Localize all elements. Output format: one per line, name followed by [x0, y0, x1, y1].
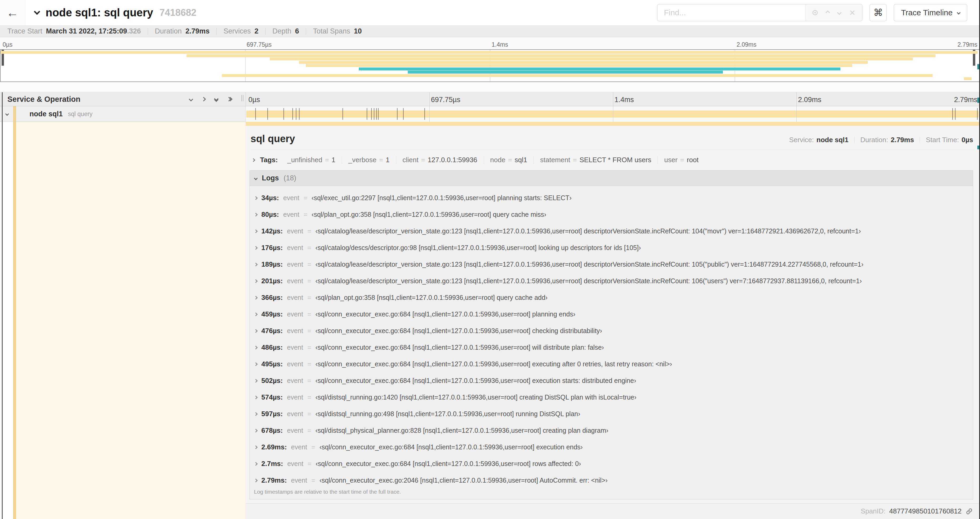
- link-icon[interactable]: [965, 508, 973, 515]
- log-row[interactable]: 34µs: event = ‹sql/exec_util.go:2297 [ns…: [253, 194, 970, 202]
- minimap-span: [359, 67, 840, 70]
- log-timestamp: 597µs:: [261, 410, 283, 418]
- chevron-right-icon: [254, 412, 258, 416]
- log-timestamp: 142µs:: [261, 227, 283, 235]
- log-timestamp: 574µs:: [261, 393, 283, 401]
- log-row[interactable]: 574µs: event = ‹sql/distsql_running.go:1…: [253, 393, 970, 401]
- minimap-gap: [0, 82, 980, 92]
- tag-equals: =: [421, 156, 425, 164]
- tag-equals: =: [325, 156, 329, 164]
- log-field-name: event: [287, 460, 303, 468]
- log-row[interactable]: 189µs: event = ‹sql/catalog/lease/descri…: [253, 260, 970, 268]
- stat-label: Trace Start: [7, 27, 42, 35]
- span-service-name: node sql1: [30, 110, 63, 118]
- next-result-icon[interactable]: [837, 11, 842, 15]
- minimap-span: [0, 51, 978, 54]
- gridline: [796, 92, 797, 106]
- log-row[interactable]: 678µs: event = ‹sql/distsql_physical_pla…: [253, 426, 970, 434]
- log-row[interactable]: 597µs: event = ‹sql/distsql_running.go:4…: [253, 410, 970, 418]
- timeline-tick-header: 0µs697.75µs1.4ms2.09ms2.79ms: [246, 92, 980, 106]
- log-timestamp: 2.7ms:: [261, 460, 283, 468]
- log-row[interactable]: 142µs: event = ‹sql/catalog/lease/descri…: [253, 227, 970, 235]
- selected-span-bar: [246, 122, 980, 126]
- minimap-axis-labels: 0µs697.75µs1.4ms2.09ms2.79ms: [0, 37, 980, 50]
- tag-key: _unfinished: [287, 156, 322, 164]
- log-row[interactable]: 80µs: event = ‹sql/plan_opt.go:358 [nsql…: [253, 211, 970, 219]
- log-row[interactable]: 502µs: event = ‹sql/conn_executor_exec.g…: [253, 377, 970, 385]
- scrollbar-fragment: [977, 97, 979, 103]
- span-operation-name: sql query: [68, 110, 92, 118]
- logs-header[interactable]: Logs (18): [250, 171, 973, 186]
- minimap-canvas[interactable]: [0, 50, 980, 82]
- log-message: ‹sql/distsql_running.go:1420 [nsql1,clie…: [315, 393, 636, 401]
- span-name-cell[interactable]: node sql1 sql query: [0, 106, 246, 122]
- log-tick: [296, 108, 296, 120]
- log-row[interactable]: 2.69ms: event = ‹sql/conn_executor_exec.…: [253, 443, 970, 451]
- timeline-tick-label: 2.09ms: [737, 41, 756, 48]
- tag[interactable]: node = sql1: [484, 156, 534, 164]
- log-row[interactable]: 486µs: event = ‹sql/conn_executor_exec.g…: [253, 343, 970, 351]
- clear-search-icon[interactable]: ×: [850, 8, 855, 18]
- log-equals: =: [307, 277, 312, 285]
- view-selector-button[interactable]: Trace Timeline: [894, 4, 967, 21]
- log-row[interactable]: 459µs: event = ‹sql/conn_executor_exec.g…: [253, 310, 970, 318]
- log-row[interactable]: 476µs: event = ‹sql/conn_executor_exec.g…: [253, 327, 970, 335]
- collapse-one-icon[interactable]: [189, 97, 193, 102]
- minimap-span: [306, 64, 852, 67]
- expand-all-icon[interactable]: [215, 97, 218, 101]
- tag[interactable]: _verbose = 1: [342, 156, 396, 164]
- log-equals: =: [312, 443, 315, 451]
- tags-row[interactable]: Tags: _unfinished = 1 _verbose = 1 clien…: [250, 150, 975, 170]
- find-input[interactable]: [657, 5, 805, 21]
- locate-icon[interactable]: [813, 10, 818, 15]
- prev-result-icon[interactable]: [826, 11, 830, 15]
- log-timestamp: 476µs:: [261, 327, 283, 335]
- stat-trace-start: Trace Start March 31 2022, 17:25:09.326: [7, 27, 141, 35]
- chevron-right-icon: [254, 229, 258, 233]
- log-tick: [367, 108, 367, 120]
- log-equals: =: [304, 211, 307, 218]
- trace-collapse-icon[interactable]: [34, 8, 40, 15]
- span-collapse-icon[interactable]: [5, 112, 9, 116]
- tag[interactable]: statement = SELECT * FROM users: [533, 156, 657, 164]
- log-field-name: event: [287, 294, 303, 302]
- span-timeline-cell[interactable]: [246, 106, 980, 122]
- log-tick: [374, 108, 374, 120]
- log-row[interactable]: 366µs: event = ‹sql/plan_opt.go:358 [nsq…: [253, 294, 970, 302]
- span-bar[interactable]: [246, 110, 979, 118]
- column-resizer[interactable]: [241, 95, 243, 101]
- log-row[interactable]: 201µs: event = ‹sql/catalog/lease/descri…: [253, 277, 970, 285]
- log-row[interactable]: 176µs: event = ‹sql/catalog/descs/descri…: [253, 244, 970, 252]
- trace-id: 7418682: [159, 7, 196, 18]
- scrollbar-fragment: [977, 145, 979, 149]
- stat-label: Duration: [155, 27, 182, 35]
- chevron-right-icon: [254, 279, 258, 283]
- expand-one-icon[interactable]: [202, 97, 206, 102]
- chevron-right-icon: [254, 345, 258, 349]
- log-message: ‹sql/catalog/lease/descriptor_version_st…: [315, 277, 862, 285]
- collapse-all-icon[interactable]: [228, 97, 232, 101]
- log-equals: =: [307, 294, 312, 302]
- log-row[interactable]: 2.79ms: event = ‹sql/conn_executor_exec.…: [253, 476, 970, 484]
- log-tick: [955, 108, 956, 120]
- log-field-name: event: [287, 260, 303, 268]
- timeline-tick-label: 2.79ms: [954, 96, 977, 104]
- logs-footer-note: Log timestamps are relative to the start…: [250, 486, 973, 499]
- tag[interactable]: user = root: [657, 156, 705, 164]
- back-button[interactable]: ←: [0, 0, 25, 25]
- gridline: [613, 92, 613, 106]
- log-equals: =: [307, 343, 312, 351]
- keyboard-shortcuts-button[interactable]: ⌘: [869, 4, 887, 21]
- log-message: ‹sql/plan_opt.go:358 [nsql1,client=127.0…: [315, 294, 547, 302]
- minimap-span: [299, 61, 868, 64]
- tag[interactable]: _unfinished = 1: [281, 156, 342, 164]
- log-row[interactable]: 495µs: event = ‹sql/conn_executor_exec.g…: [253, 360, 970, 368]
- log-message: ‹sql/conn_executor_exec.go:684 [nsql1,cl…: [315, 343, 604, 351]
- tag[interactable]: client = 127.0.0.1:59936: [396, 156, 484, 164]
- stat-label: Total Spans: [313, 27, 350, 35]
- log-message: ‹sql/distsql_physical_planner.go:828 [ns…: [315, 427, 608, 434]
- log-row[interactable]: 2.7ms: event = ‹sql/conn_executor_exec.g…: [253, 460, 970, 468]
- log-field-name: event: [287, 410, 303, 418]
- span-row[interactable]: node sql1 sql query: [0, 106, 980, 122]
- log-field-name: event: [287, 227, 303, 235]
